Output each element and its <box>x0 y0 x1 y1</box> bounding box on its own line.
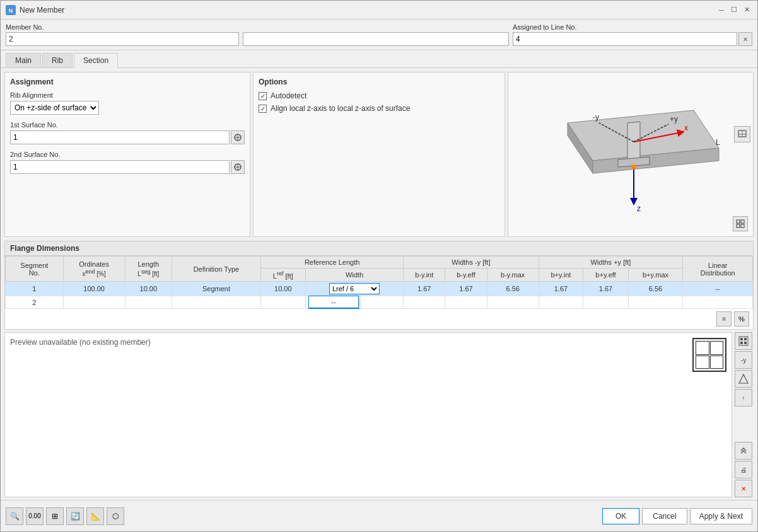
surface2-group: 2nd Surface No. <box>10 151 245 174</box>
col-length: LengthLseg [ft] <box>125 256 172 282</box>
cell-linear-dist: -- <box>683 282 753 296</box>
close-button[interactable]: ✕ <box>741 4 752 16</box>
col-b-py-int: b+y.int <box>539 268 583 282</box>
tab-rib[interactable]: Rib <box>42 53 73 67</box>
member-no-input[interactable] <box>6 32 239 46</box>
col-b-py-eff: b+y.eff <box>583 268 628 282</box>
svg-text:N: N <box>9 8 13 14</box>
rib-alignment-select[interactable]: On +z-side of surface <box>10 101 99 115</box>
flange-dimensions-section: Flange Dimensions SegmentNo. Ordinatesxe… <box>4 241 754 330</box>
diagram-icon-button[interactable] <box>733 216 748 231</box>
cell-width[interactable]: Lref / 6 Lref / 8 -- -- Lref / 6 Lref / … <box>305 282 404 296</box>
view-btn-4[interactable]: ↑ <box>735 389 752 407</box>
window-controls: ─ ☐ ✕ <box>716 4 752 16</box>
surface1-input[interactable] <box>10 130 230 144</box>
ok-button[interactable]: OK <box>602 508 639 524</box>
name-input[interactable] <box>243 32 509 46</box>
table-equals-button[interactable]: = <box>716 311 732 327</box>
cell-b-y-max-2 <box>487 296 539 309</box>
cell-length: 10.00 <box>125 282 172 296</box>
preview-text: Preview unavailable (no existing member) <box>10 338 151 347</box>
col-ordinates: Ordinatesxend [%] <box>63 256 125 282</box>
cell-ordinates: 100.00 <box>63 282 125 296</box>
view-btn-5[interactable] <box>735 442 752 460</box>
assigned-field: Assigned to Line No. ✕ <box>513 23 752 46</box>
svg-rect-33 <box>740 342 743 344</box>
cell-b-py-int: 1.67 <box>539 282 583 296</box>
svg-rect-25 <box>737 224 740 228</box>
align-local-label: Align local z-axis to local z-axis of su… <box>271 104 410 113</box>
maximize-button[interactable]: ☐ <box>728 4 740 16</box>
cell-b-py-int-2 <box>539 296 583 309</box>
tab-section[interactable]: Section <box>74 53 118 68</box>
tool-zero[interactable]: 0.00 <box>26 507 44 525</box>
tab-main[interactable]: Main <box>6 53 41 67</box>
flange-dimensions-title: Flange Dimensions <box>10 244 79 253</box>
spacer <box>735 408 754 441</box>
col-ref-length-group: Reference Length <box>260 256 403 268</box>
col-linear-dist: LinearDistribution <box>683 256 753 282</box>
surface2-pick-button[interactable] <box>231 160 245 174</box>
assigned-input[interactable] <box>513 32 737 46</box>
rib-diagram: x -y +y z L <box>530 85 732 224</box>
rib-alignment-label: Rib Alignment <box>10 91 245 99</box>
tool-refresh[interactable]: 🔄 <box>66 507 84 525</box>
tool-search[interactable]: 🔍 <box>6 507 23 525</box>
surface1-group: 1st Surface No. <box>10 121 245 144</box>
tool-hex[interactable]: ⬡ <box>107 507 124 525</box>
cell-linear-dist-2 <box>683 296 753 309</box>
tool-angle[interactable]: 📐 <box>86 507 104 525</box>
cell-b-py-eff-2 <box>583 296 628 309</box>
member-no-label: Member No. <box>6 23 239 31</box>
width-dropdown[interactable]: Lref / 6 Lref / 8 -- <box>329 283 380 294</box>
cell-def-type: Segment <box>172 282 260 296</box>
surface2-row <box>10 160 245 174</box>
flange-dimensions-table: SegmentNo. Ordinatesxend [%] LengthLseg … <box>5 256 753 309</box>
header-row: Member No. Assigned to Line No. ✕ <box>1 20 757 50</box>
dropdown-option-lref6[interactable]: Lref / 6 <box>309 308 358 309</box>
bottom-bar: 🔍 0.00 ⊞ 🔄 📐 ⬡ OK Cancel Apply & Next <box>1 500 757 531</box>
view-3d-button[interactable] <box>734 126 750 142</box>
diagram-panel: x -y +y z L <box>508 72 754 237</box>
cell-b-py-eff: 1.67 <box>583 282 628 296</box>
tool-grid[interactable]: ⊞ <box>46 507 64 525</box>
cell-b-py-max: 6.56 <box>628 282 683 296</box>
cell-b-y-eff: 1.67 <box>445 282 487 296</box>
svg-text:L: L <box>716 138 720 147</box>
cell-b-y-int: 1.67 <box>404 282 445 296</box>
align-local-check-icon: ✓ <box>260 105 265 112</box>
svg-text:x: x <box>684 124 688 132</box>
col-b-y-int: b-y.int <box>404 268 445 282</box>
cell-ref-length: 10.00 <box>260 282 305 296</box>
minimize-button[interactable]: ─ <box>716 4 727 16</box>
width-dropdown-popup: -- Lref / 6 Lref / 8 <box>308 296 359 309</box>
surface1-pick-button[interactable] <box>231 130 245 144</box>
surface2-input[interactable] <box>10 160 230 174</box>
options-panel: Options ✓ Autodetect ✓ Align local z-axi… <box>253 72 505 237</box>
assigned-label: Assigned to Line No. <box>513 23 752 31</box>
cs-cell-tl <box>696 341 709 355</box>
cross-section-icon <box>692 338 726 372</box>
cell-b-y-eff-2 <box>445 296 487 309</box>
align-local-checkbox[interactable]: ✓ <box>259 105 267 113</box>
dropdown-option-dash[interactable]: -- <box>309 296 358 308</box>
view-btn-print[interactable]: 🖨 <box>735 461 752 478</box>
preview-section: Preview unavailable (no existing member) <box>4 332 732 497</box>
view-btn-1[interactable] <box>735 332 752 350</box>
view-btn-close[interactable]: ✕ <box>735 480 752 497</box>
autodetect-label: Autodetect <box>271 91 306 100</box>
view-btn-2[interactable]: -y <box>735 351 752 369</box>
cancel-button[interactable]: Cancel <box>642 508 687 524</box>
flange-dimensions-header: Flange Dimensions <box>5 241 753 256</box>
apply-next-button[interactable]: Apply & Next <box>690 508 752 524</box>
preview-wrapper: Preview unavailable (no existing member) <box>4 332 754 497</box>
view-btn-3[interactable] <box>735 370 752 388</box>
side-buttons <box>734 126 750 142</box>
preview-right <box>692 338 726 372</box>
autodetect-checkbox[interactable]: ✓ <box>259 92 267 100</box>
assigned-pick-button[interactable]: ✕ <box>738 32 752 46</box>
table-percent-button[interactable]: % <box>734 311 749 327</box>
cs-cell-br <box>710 356 724 369</box>
svg-text:z: z <box>637 204 641 213</box>
cell-segment-no: 1 <box>6 282 64 296</box>
